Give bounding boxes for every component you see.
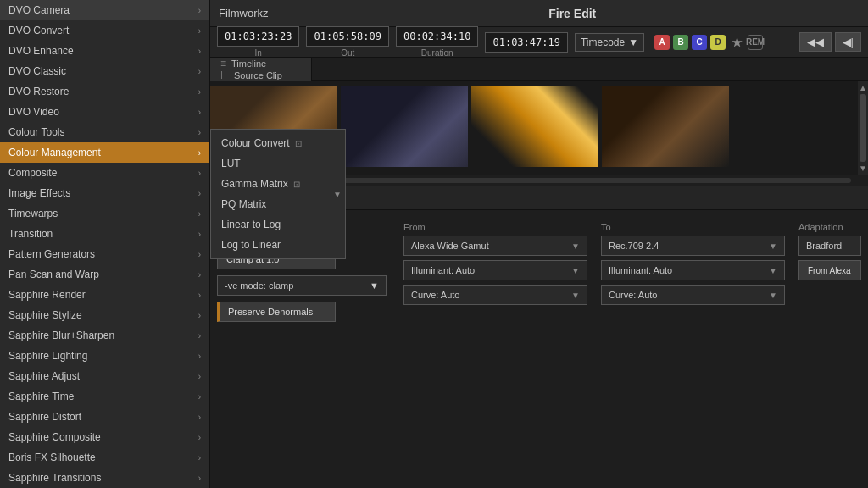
submenu-item-label: PQ Matrix (221, 198, 266, 210)
badge-a[interactable]: A (654, 35, 670, 50)
chevron-right-icon: › (198, 392, 201, 402)
to-curve-dropdown[interactable]: Curve: Auto ▼ (601, 285, 785, 305)
tab-timeline[interactable]: ≡Timeline (210, 58, 312, 69)
app-title-center: Fire Edit (286, 7, 860, 20)
chevron-right-icon: › (198, 474, 201, 483)
preserve-label[interactable]: Preserve Denormals (217, 302, 336, 322)
sidebar-item-sapphire-distort[interactable]: Sapphire Distort› (0, 407, 209, 427)
submenu-scroll[interactable]: ▼ (330, 188, 345, 201)
sidebar-item-colour-management[interactable]: Colour Management› (0, 142, 209, 163)
chevron-down-icon: ▼ (628, 36, 638, 48)
tab-row: ≡Timeline⊢Source Clip▦Shots↗Keyframe Edi… (210, 58, 868, 81)
timecode-2[interactable]: 01:05:58:09 (306, 26, 388, 47)
submenu-item-label: Colour Convert (221, 137, 290, 149)
sidebar-item-label: Colour Management (8, 147, 101, 158)
sidebar-item-colour-tools[interactable]: Colour Tools› (0, 122, 209, 142)
sidebar-item-sapphire-render[interactable]: Sapphire Render› (0, 285, 209, 305)
tab-source-clip[interactable]: ⊢Source Clip (210, 69, 312, 81)
tabs-container: ≡Timeline⊢Source Clip▦Shots↗Keyframe Edi… (210, 58, 312, 80)
timecode-1[interactable]: 01:03:23:23 (217, 26, 299, 47)
from-label: From (403, 222, 587, 232)
from-illuminant-dropdown[interactable]: Illuminant: Auto ▼ (403, 260, 587, 280)
param-preserve: Preserve Denormals (217, 301, 390, 323)
sidebar-item-label: Pattern Generators (8, 248, 95, 260)
sidebar-item-composite[interactable]: Composite› (0, 163, 209, 183)
badge-star[interactable]: ★ (729, 35, 744, 50)
sidebar-item-label: Sapphire Blur+Sharpen (8, 330, 114, 341)
sidebar-item-dvo-classic[interactable]: DVO Classic› (0, 61, 209, 81)
timecode-4[interactable]: 01:03:47:19 (485, 32, 567, 53)
tab-icon: ⊢ (220, 69, 229, 81)
submenu-item-gamma-matrix[interactable]: Gamma Matrix⊡ (211, 174, 345, 194)
param-neg-mode: -ve mode: clamp ▼ (217, 274, 390, 297)
badge-c[interactable]: C (692, 35, 707, 50)
badge-rem[interactable]: REM (748, 35, 763, 50)
submenu-item-log-to-linear[interactable]: Log to Linear (211, 235, 345, 255)
chevron-right-icon: › (198, 128, 201, 137)
sidebar-item-boris-fx-silhouette[interactable]: Boris FX Silhouette› (0, 447, 209, 468)
chevron-right-icon: › (198, 47, 201, 56)
adaptation-from-alexa: From Alexa (798, 260, 861, 280)
sidebar-item-pattern-generators[interactable]: Pattern Generators› (0, 244, 209, 264)
submenu-item-colour-convert[interactable]: Colour Convert⊡ (211, 133, 345, 153)
badge-b[interactable]: B (673, 35, 688, 50)
sidebar-item-dvo-restore[interactable]: DVO Restore› (0, 81, 209, 102)
sidebar-item-dvo-convert[interactable]: DVO Convert› (0, 20, 209, 41)
submenu-item-pq-matrix[interactable]: PQ Matrix (211, 194, 345, 214)
submenu-icon: ⊡ (293, 180, 300, 189)
timecode-dropdown[interactable]: Timecode ▼ (575, 33, 644, 52)
from-curve-dropdown[interactable]: Curve: Auto ▼ (403, 285, 587, 305)
sidebar-item-sapphire-blur+sharpen[interactable]: Sapphire Blur+Sharpen› (0, 325, 209, 346)
neg-mode-arrow: ▼ (370, 280, 379, 291)
sidebar-item-label: DVO Classic (8, 65, 66, 77)
col-adaptation: Adaptation Bradford From Alexa (792, 222, 868, 323)
sidebar-item-pan-scan-and-warp[interactable]: Pan Scan and Warp› (0, 264, 209, 285)
adaptation-bradford-dropdown[interactable]: Bradford (798, 236, 861, 256)
badge-d[interactable]: D (710, 35, 726, 50)
chevron-right-icon: › (198, 331, 201, 341)
col-to: To Rec.709 2.4 ▼ Illuminant: Auto ▼ Curv… (594, 222, 792, 323)
to-label: To (601, 222, 785, 232)
to-dropdowns: Rec.709 2.4 ▼ Illuminant: Auto ▼ Curve: … (601, 236, 785, 305)
submenu-item-linear-to-log[interactable]: Linear to Log (211, 214, 345, 235)
sidebar-item-sapphire-time[interactable]: Sapphire Time› (0, 386, 209, 407)
thumb-scroll-down[interactable]: ▼ (859, 164, 867, 173)
sidebar-item-label: Image Effects (8, 187, 70, 199)
sidebar-item-sapphire-lighting[interactable]: Sapphire Lighting› (0, 346, 209, 366)
sidebar-item-label: Sapphire Composite (8, 431, 101, 443)
submenu-item-lut[interactable]: LUT (211, 153, 345, 174)
sidebar-item-sapphire-adjust[interactable]: Sapphire Adjust› (0, 366, 209, 386)
sidebar-item-label: Sapphire Transitions (8, 472, 101, 484)
thumb-scroll-up[interactable]: ▲ (859, 83, 867, 92)
timecode-dropdown-label: Timecode (581, 36, 625, 48)
submenu-item-label: Gamma Matrix (221, 178, 288, 190)
sidebar-item-sapphire-stylize[interactable]: Sapphire Stylize› (0, 305, 209, 325)
timecode-3[interactable]: 00:02:34:10 (396, 26, 478, 47)
sidebar-item-dvo-enhance[interactable]: DVO Enhance› (0, 41, 209, 61)
to-rec-dropdown[interactable]: Rec.709 2.4 ▼ (601, 236, 785, 256)
sidebar-item-dvo-video[interactable]: DVO Video› (0, 102, 209, 122)
sidebar-item-image-effects[interactable]: Image Effects› (0, 183, 209, 203)
sidebar-item-sapphire-transitions[interactable]: Sapphire Transitions› (0, 468, 209, 488)
sidebar-item-dvo-camera[interactable]: DVO Camera› (0, 0, 209, 20)
thumbnail-4[interactable] (602, 86, 729, 167)
chevron-right-icon: › (198, 230, 201, 239)
sidebar-item-label: Boris FX Silhouette (8, 452, 96, 463)
sidebar-item-transition[interactable]: Transition› (0, 224, 209, 244)
sidebar-item-sapphire-composite[interactable]: Sapphire Composite› (0, 427, 209, 447)
sidebar-item-label: Composite (8, 167, 57, 179)
next-button[interactable]: ◀| (835, 32, 861, 52)
prev-button[interactable]: ◀◀ (799, 32, 832, 52)
neg-mode-dropdown[interactable]: -ve mode: clamp ▼ (217, 275, 387, 296)
chevron-right-icon: › (198, 67, 201, 76)
chevron-down-icon: ▼ (769, 241, 777, 251)
sidebar-item-timewarps[interactable]: Timewarps› (0, 203, 209, 224)
thumbnail-2[interactable] (341, 86, 468, 167)
tab-label: Source Clip (234, 70, 282, 80)
submenu-dropdown: Colour Convert⊡LUTGamma Matrix⊡PQ Matrix… (210, 129, 346, 259)
sidebar-item-label: Sapphire Adjust (8, 370, 80, 382)
thumbnail-3[interactable] (471, 86, 598, 167)
to-illuminant-dropdown[interactable]: Illuminant: Auto ▼ (601, 260, 785, 280)
sidebar-item-label: DVO Convert (8, 25, 69, 36)
from-gamut-dropdown[interactable]: Alexa Wide Gamut ▼ (403, 236, 587, 256)
